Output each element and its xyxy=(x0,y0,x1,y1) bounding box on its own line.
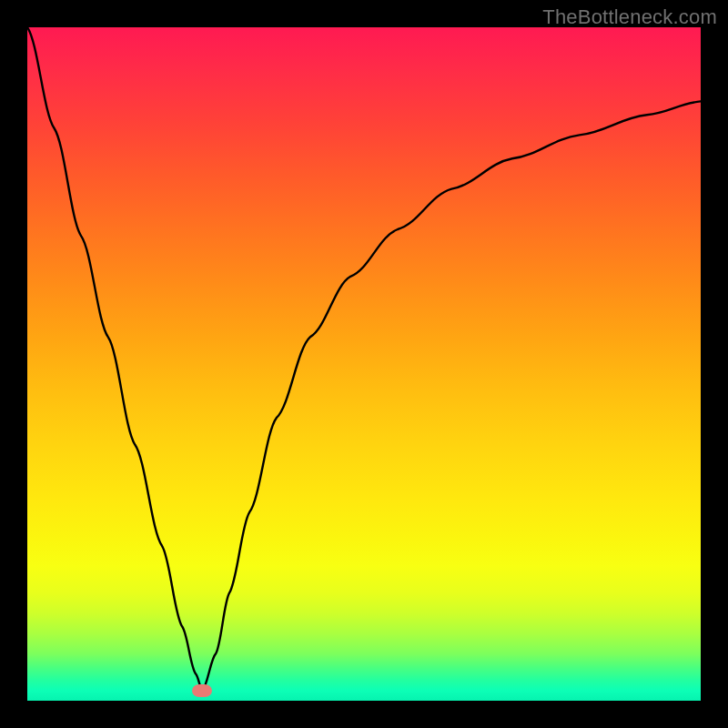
minimum-marker xyxy=(192,684,212,697)
plot-area xyxy=(27,27,701,701)
curve-right-branch xyxy=(202,101,701,691)
curve-left-branch xyxy=(27,27,202,691)
watermark-text: TheBottleneck.com xyxy=(542,5,717,29)
curve-svg xyxy=(27,27,701,701)
chart-container: TheBottleneck.com xyxy=(0,0,728,728)
